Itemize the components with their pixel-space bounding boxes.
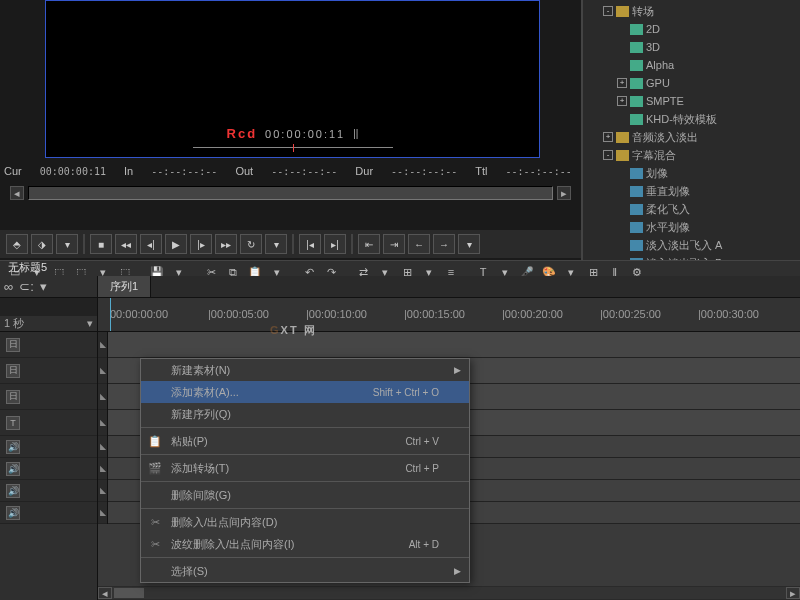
ruler-label: |00:00:10:00 bbox=[306, 308, 367, 320]
menu-item: ✂删除入/出点间内容(D) bbox=[141, 511, 469, 533]
tree-item[interactable]: 划像 bbox=[585, 164, 798, 182]
pause-icon: || bbox=[353, 128, 358, 139]
next-marker-button[interactable]: → bbox=[433, 234, 455, 254]
goto-out-button[interactable]: ⇥ bbox=[383, 234, 405, 254]
tree-item[interactable]: 柔化飞入 bbox=[585, 200, 798, 218]
fx-icon bbox=[630, 114, 643, 125]
tree-item[interactable]: Alpha bbox=[585, 56, 798, 74]
tree-item[interactable]: +GPU bbox=[585, 74, 798, 92]
tree-item-label: 柔化飞入 bbox=[646, 201, 690, 217]
magnet-icon[interactable]: ⊂: bbox=[19, 279, 34, 294]
prev-marker-button[interactable]: ← bbox=[408, 234, 430, 254]
step-fwd-button[interactable]: |▸ bbox=[190, 234, 212, 254]
folder-icon bbox=[616, 6, 629, 17]
tree-item[interactable]: 垂直划像 bbox=[585, 182, 798, 200]
scroll-right-button[interactable]: ▸ bbox=[786, 587, 800, 599]
tree-item-label: 垂直划像 bbox=[646, 183, 690, 199]
scrub-track[interactable] bbox=[28, 186, 553, 200]
tree-item-label: 转场 bbox=[632, 3, 654, 19]
tree-item[interactable]: +音频淡入淡出 bbox=[585, 128, 798, 146]
dropdown-icon[interactable]: ▾ bbox=[40, 279, 47, 294]
menu-item[interactable]: 添加素材(A)...Shift + Ctrl + O bbox=[141, 381, 469, 403]
track-gutter: ◣◣◣◣ ◣◣◣◣ bbox=[98, 332, 108, 524]
dropdown-icon[interactable]: ▾ bbox=[56, 234, 78, 254]
video-track-header[interactable]: 日 bbox=[0, 358, 97, 384]
play-button[interactable]: ▶ bbox=[165, 234, 187, 254]
ttl-value: --:--:--:-- bbox=[506, 166, 572, 177]
mark-out-button[interactable]: ⬗ bbox=[31, 234, 53, 254]
scrub-left-button[interactable]: ◂ bbox=[10, 186, 24, 200]
mark-in-button[interactable]: ⬘ bbox=[6, 234, 28, 254]
tree-item-label: 3D bbox=[646, 39, 660, 55]
tree-item[interactable]: +SMPTE bbox=[585, 92, 798, 110]
audio-track-header[interactable]: 🔊 bbox=[0, 458, 97, 480]
expand-icon[interactable]: + bbox=[617, 96, 627, 106]
audio-track-header[interactable]: 🔊 bbox=[0, 436, 97, 458]
title-track-header[interactable]: T bbox=[0, 410, 97, 436]
menu-shortcut: Shift + Ctrl + O bbox=[373, 387, 439, 398]
step-back-button[interactable]: ◂| bbox=[140, 234, 162, 254]
document-title: 无标题5 bbox=[0, 258, 55, 277]
playhead[interactable] bbox=[110, 298, 111, 331]
out-value: --:--:--:-- bbox=[271, 166, 337, 177]
tree-item[interactable]: 水平划像 bbox=[585, 218, 798, 236]
rewind-button[interactable]: ◂◂ bbox=[115, 234, 137, 254]
menu-label: 添加素材(A)... bbox=[171, 385, 239, 400]
menu-item[interactable]: 新建素材(N)▶ bbox=[141, 359, 469, 381]
track-icon: 日 bbox=[6, 338, 20, 352]
timecode-info-row: Cur00:00:00:11 In--:--:--:-- Out--:--:--… bbox=[0, 162, 581, 180]
video-track-header[interactable]: 日 bbox=[0, 332, 97, 358]
video-track-header[interactable]: 日 bbox=[0, 384, 97, 410]
dropdown3-icon[interactable]: ▾ bbox=[458, 234, 480, 254]
tree-item[interactable]: KHD-特效模板 bbox=[585, 110, 798, 128]
expand-icon[interactable]: - bbox=[603, 150, 613, 160]
effects-tree: -转场2D3DAlpha+GPU+SMPTEKHD-特效模板+音频淡入淡出-字幕… bbox=[583, 0, 800, 260]
expand-icon[interactable]: + bbox=[617, 78, 627, 88]
expand-icon[interactable]: - bbox=[603, 6, 613, 16]
t-icon bbox=[630, 222, 643, 233]
tree-item-label: 淡入淡出飞入 B bbox=[646, 255, 722, 260]
sequence-tab[interactable]: 序列1 bbox=[98, 276, 151, 297]
menu-item[interactable]: 选择(S)▶ bbox=[141, 560, 469, 582]
tree-item-label: 水平划像 bbox=[646, 219, 690, 235]
timecode-ruler bbox=[193, 147, 393, 153]
folder-icon bbox=[616, 150, 629, 161]
next-edit-button[interactable]: ▸| bbox=[324, 234, 346, 254]
menu-separator bbox=[141, 454, 469, 455]
in-label: In bbox=[124, 165, 133, 177]
tree-item[interactable]: 淡入淡出飞入 B bbox=[585, 254, 798, 260]
stop-button[interactable]: ■ bbox=[90, 234, 112, 254]
scrub-right-button[interactable]: ▸ bbox=[557, 186, 571, 200]
dropdown2-icon[interactable]: ▾ bbox=[265, 234, 287, 254]
timeline-scale[interactable]: 1 秒▾ bbox=[0, 316, 97, 332]
ruler-label: |00:00:20:00 bbox=[502, 308, 563, 320]
expand-icon[interactable]: + bbox=[603, 132, 613, 142]
timeline-ruler[interactable]: 00:00:00:00|00:00:05:00|00:00:10:00|00:0… bbox=[98, 298, 800, 332]
tree-item[interactable]: 3D bbox=[585, 38, 798, 56]
prev-edit-button[interactable]: |◂ bbox=[299, 234, 321, 254]
video-monitor[interactable]: Rcd 00:00:00:11 || bbox=[45, 0, 540, 158]
tree-item[interactable]: 2D bbox=[585, 20, 798, 38]
scrub-bar: ◂ ▸ bbox=[10, 184, 571, 202]
scroll-left-button[interactable]: ◂ bbox=[98, 587, 112, 599]
t-icon bbox=[630, 204, 643, 215]
tree-item[interactable]: 淡入淡出飞入 A bbox=[585, 236, 798, 254]
transport-toolbar: ⬘ ⬗ ▾ ■ ◂◂ ◂| ▶ |▸ ▸▸ ↻ ▾ |◂ ▸| ⇤ ⇥ ← → … bbox=[0, 230, 581, 258]
menu-item[interactable]: 删除间隙(G) bbox=[141, 484, 469, 506]
timeline-tool-row: ∞ ⊂: ▾ bbox=[0, 276, 97, 298]
audio-track-header[interactable]: 🔊 bbox=[0, 480, 97, 502]
folder-icon bbox=[616, 132, 629, 143]
menu-item[interactable]: 📋粘贴(P)Ctrl + V bbox=[141, 430, 469, 452]
loop-button[interactable]: ↻ bbox=[240, 234, 262, 254]
menu-item[interactable]: 新建序列(Q) bbox=[141, 403, 469, 425]
tree-item-label: 音频淡入淡出 bbox=[632, 129, 698, 145]
scroll-thumb[interactable] bbox=[112, 587, 786, 599]
goto-in-button[interactable]: ⇤ bbox=[358, 234, 380, 254]
track-row[interactable] bbox=[98, 332, 800, 358]
menu-item[interactable]: 🎬添加转场(T)Ctrl + P bbox=[141, 457, 469, 479]
audio-track-header[interactable]: 🔊 bbox=[0, 502, 97, 524]
tree-item[interactable]: -字幕混合 bbox=[585, 146, 798, 164]
tree-item[interactable]: -转场 bbox=[585, 2, 798, 20]
fast-fwd-button[interactable]: ▸▸ bbox=[215, 234, 237, 254]
link-icon[interactable]: ∞ bbox=[4, 279, 13, 294]
